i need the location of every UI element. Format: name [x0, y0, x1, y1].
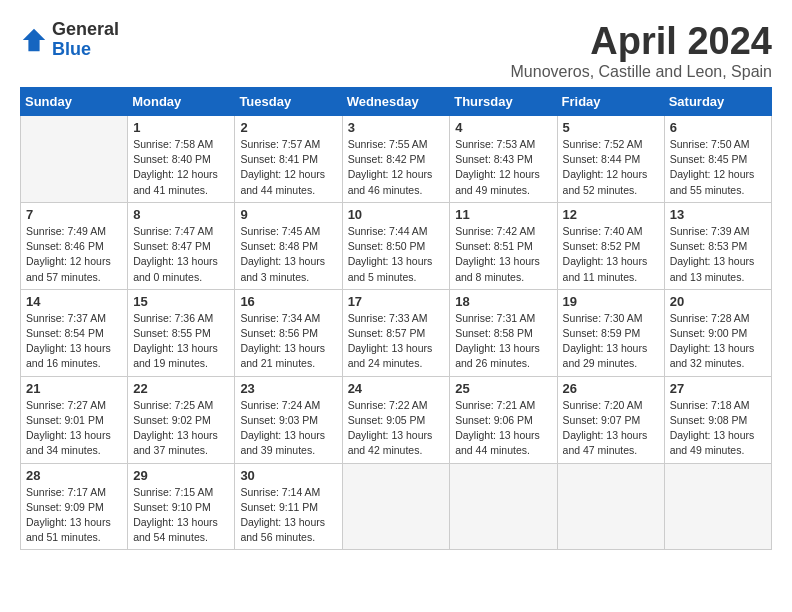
- day-info: Sunrise: 7:27 AMSunset: 9:01 PMDaylight:…: [26, 398, 122, 459]
- daylight-label: Daylight: 13 hours and 5 minutes.: [348, 255, 433, 282]
- day-info: Sunrise: 7:15 AMSunset: 9:10 PMDaylight:…: [133, 485, 229, 546]
- day-info: Sunrise: 7:30 AMSunset: 8:59 PMDaylight:…: [563, 311, 659, 372]
- day-cell: 12Sunrise: 7:40 AMSunset: 8:52 PMDayligh…: [557, 202, 664, 289]
- sunset-label: Sunset: 8:46 PM: [26, 240, 104, 252]
- day-cell: 4Sunrise: 7:53 AMSunset: 8:43 PMDaylight…: [450, 116, 557, 203]
- day-info: Sunrise: 7:20 AMSunset: 9:07 PMDaylight:…: [563, 398, 659, 459]
- day-info: Sunrise: 7:37 AMSunset: 8:54 PMDaylight:…: [26, 311, 122, 372]
- daylight-label: Daylight: 13 hours and 8 minutes.: [455, 255, 540, 282]
- svg-marker-0: [23, 29, 45, 51]
- sunset-label: Sunset: 9:08 PM: [670, 414, 748, 426]
- sunrise-label: Sunrise: 7:33 AM: [348, 312, 428, 324]
- column-header-saturday: Saturday: [664, 88, 771, 116]
- logo-icon: [20, 26, 48, 54]
- day-info: Sunrise: 7:42 AMSunset: 8:51 PMDaylight:…: [455, 224, 551, 285]
- sunrise-label: Sunrise: 7:58 AM: [133, 138, 213, 150]
- sunset-label: Sunset: 8:57 PM: [348, 327, 426, 339]
- sunrise-label: Sunrise: 7:31 AM: [455, 312, 535, 324]
- sunset-label: Sunset: 8:51 PM: [455, 240, 533, 252]
- day-cell: 26Sunrise: 7:20 AMSunset: 9:07 PMDayligh…: [557, 376, 664, 463]
- day-info: Sunrise: 7:31 AMSunset: 8:58 PMDaylight:…: [455, 311, 551, 372]
- column-header-sunday: Sunday: [21, 88, 128, 116]
- daylight-label: Daylight: 13 hours and 0 minutes.: [133, 255, 218, 282]
- sunset-label: Sunset: 8:53 PM: [670, 240, 748, 252]
- day-number: 25: [455, 381, 551, 396]
- week-row-4: 21Sunrise: 7:27 AMSunset: 9:01 PMDayligh…: [21, 376, 772, 463]
- sunset-label: Sunset: 9:09 PM: [26, 501, 104, 513]
- day-cell: 21Sunrise: 7:27 AMSunset: 9:01 PMDayligh…: [21, 376, 128, 463]
- title-block: April 2024 Munoveros, Castille and Leon,…: [511, 20, 773, 81]
- sunset-label: Sunset: 8:45 PM: [670, 153, 748, 165]
- sunrise-label: Sunrise: 7:40 AM: [563, 225, 643, 237]
- sunrise-label: Sunrise: 7:14 AM: [240, 486, 320, 498]
- day-info: Sunrise: 7:21 AMSunset: 9:06 PMDaylight:…: [455, 398, 551, 459]
- day-number: 14: [26, 294, 122, 309]
- sunrise-label: Sunrise: 7:39 AM: [670, 225, 750, 237]
- day-info: Sunrise: 7:58 AMSunset: 8:40 PMDaylight:…: [133, 137, 229, 198]
- day-cell: 24Sunrise: 7:22 AMSunset: 9:05 PMDayligh…: [342, 376, 450, 463]
- day-cell: 1Sunrise: 7:58 AMSunset: 8:40 PMDaylight…: [128, 116, 235, 203]
- day-info: Sunrise: 7:44 AMSunset: 8:50 PMDaylight:…: [348, 224, 445, 285]
- day-number: 21: [26, 381, 122, 396]
- week-row-5: 28Sunrise: 7:17 AMSunset: 9:09 PMDayligh…: [21, 463, 772, 550]
- day-info: Sunrise: 7:40 AMSunset: 8:52 PMDaylight:…: [563, 224, 659, 285]
- day-number: 9: [240, 207, 336, 222]
- daylight-label: Daylight: 13 hours and 16 minutes.: [26, 342, 111, 369]
- day-info: Sunrise: 7:25 AMSunset: 9:02 PMDaylight:…: [133, 398, 229, 459]
- sunset-label: Sunset: 8:52 PM: [563, 240, 641, 252]
- day-cell: 3Sunrise: 7:55 AMSunset: 8:42 PMDaylight…: [342, 116, 450, 203]
- calendar-title: April 2024: [511, 20, 773, 63]
- daylight-label: Daylight: 12 hours and 44 minutes.: [240, 168, 325, 195]
- sunrise-label: Sunrise: 7:36 AM: [133, 312, 213, 324]
- daylight-label: Daylight: 13 hours and 3 minutes.: [240, 255, 325, 282]
- column-header-thursday: Thursday: [450, 88, 557, 116]
- day-cell: 20Sunrise: 7:28 AMSunset: 9:00 PMDayligh…: [664, 289, 771, 376]
- sunset-label: Sunset: 8:42 PM: [348, 153, 426, 165]
- day-cell: [557, 463, 664, 550]
- daylight-label: Daylight: 13 hours and 32 minutes.: [670, 342, 755, 369]
- sunset-label: Sunset: 8:48 PM: [240, 240, 318, 252]
- daylight-label: Daylight: 13 hours and 39 minutes.: [240, 429, 325, 456]
- sunset-label: Sunset: 8:47 PM: [133, 240, 211, 252]
- daylight-label: Daylight: 12 hours and 55 minutes.: [670, 168, 755, 195]
- day-cell: 19Sunrise: 7:30 AMSunset: 8:59 PMDayligh…: [557, 289, 664, 376]
- day-number: 15: [133, 294, 229, 309]
- logo-blue: Blue: [52, 40, 119, 60]
- daylight-label: Daylight: 12 hours and 57 minutes.: [26, 255, 111, 282]
- day-info: Sunrise: 7:49 AMSunset: 8:46 PMDaylight:…: [26, 224, 122, 285]
- logo: General Blue: [20, 20, 119, 60]
- day-cell: 17Sunrise: 7:33 AMSunset: 8:57 PMDayligh…: [342, 289, 450, 376]
- day-info: Sunrise: 7:22 AMSunset: 9:05 PMDaylight:…: [348, 398, 445, 459]
- day-info: Sunrise: 7:55 AMSunset: 8:42 PMDaylight:…: [348, 137, 445, 198]
- day-number: 19: [563, 294, 659, 309]
- day-cell: 27Sunrise: 7:18 AMSunset: 9:08 PMDayligh…: [664, 376, 771, 463]
- day-number: 12: [563, 207, 659, 222]
- day-info: Sunrise: 7:17 AMSunset: 9:09 PMDaylight:…: [26, 485, 122, 546]
- daylight-label: Daylight: 13 hours and 44 minutes.: [455, 429, 540, 456]
- sunset-label: Sunset: 9:03 PM: [240, 414, 318, 426]
- day-cell: 6Sunrise: 7:50 AMSunset: 8:45 PMDaylight…: [664, 116, 771, 203]
- daylight-label: Daylight: 13 hours and 34 minutes.: [26, 429, 111, 456]
- day-cell: [450, 463, 557, 550]
- sunset-label: Sunset: 8:55 PM: [133, 327, 211, 339]
- week-row-2: 7Sunrise: 7:49 AMSunset: 8:46 PMDaylight…: [21, 202, 772, 289]
- logo-text: General Blue: [52, 20, 119, 60]
- day-cell: [664, 463, 771, 550]
- sunrise-label: Sunrise: 7:15 AM: [133, 486, 213, 498]
- day-cell: 8Sunrise: 7:47 AMSunset: 8:47 PMDaylight…: [128, 202, 235, 289]
- day-cell: 29Sunrise: 7:15 AMSunset: 9:10 PMDayligh…: [128, 463, 235, 550]
- day-number: 10: [348, 207, 445, 222]
- sunrise-label: Sunrise: 7:49 AM: [26, 225, 106, 237]
- daylight-label: Daylight: 13 hours and 19 minutes.: [133, 342, 218, 369]
- day-number: 28: [26, 468, 122, 483]
- page-header: General Blue April 2024 Munoveros, Casti…: [20, 20, 772, 81]
- daylight-label: Daylight: 13 hours and 21 minutes.: [240, 342, 325, 369]
- daylight-label: Daylight: 13 hours and 42 minutes.: [348, 429, 433, 456]
- daylight-label: Daylight: 13 hours and 29 minutes.: [563, 342, 648, 369]
- day-number: 27: [670, 381, 766, 396]
- daylight-label: Daylight: 13 hours and 11 minutes.: [563, 255, 648, 282]
- sunset-label: Sunset: 8:43 PM: [455, 153, 533, 165]
- logo-general: General: [52, 20, 119, 40]
- day-info: Sunrise: 7:28 AMSunset: 9:00 PMDaylight:…: [670, 311, 766, 372]
- day-cell: 13Sunrise: 7:39 AMSunset: 8:53 PMDayligh…: [664, 202, 771, 289]
